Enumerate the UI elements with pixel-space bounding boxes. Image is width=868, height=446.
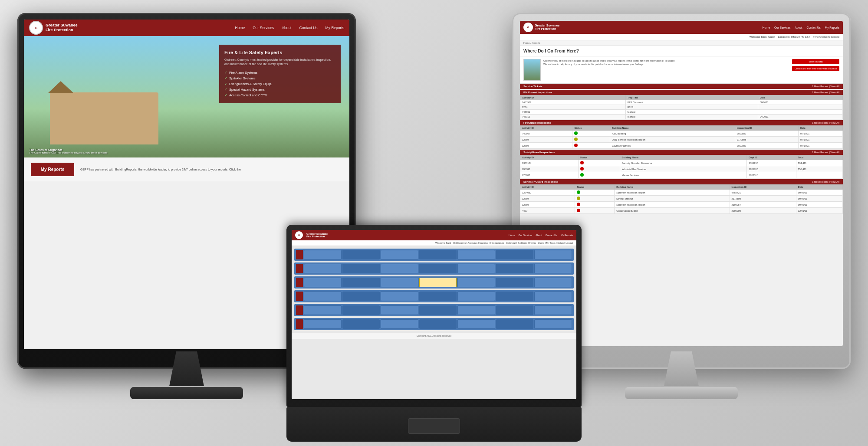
fireguard-section: FireGuard Inspections 1 Most Recent | Vi… bbox=[520, 120, 843, 149]
report-cell[interactable] bbox=[304, 278, 342, 287]
nav-contact-us[interactable]: Contact Us bbox=[299, 26, 317, 30]
report-cell[interactable] bbox=[304, 264, 342, 273]
report-cell[interactable] bbox=[457, 292, 495, 301]
report-cell[interactable] bbox=[457, 305, 495, 315]
laptop-nav-services[interactable]: Our Services bbox=[518, 234, 532, 236]
bm-col-title: Trap Title bbox=[625, 95, 758, 100]
table-row: 12760 Cayman Partners 2019087 07/17/21 bbox=[520, 143, 843, 149]
report-cell[interactable] bbox=[419, 292, 457, 301]
right-nav-about[interactable]: About bbox=[795, 26, 802, 29]
bm-inspections-link[interactable]: 1 Most Recent | View All bbox=[812, 91, 839, 94]
right-nav-reports[interactable]: My Reports bbox=[825, 26, 839, 29]
my-reports-description: GSFP has partnered with BuildingReports,… bbox=[80, 167, 241, 172]
report-cell[interactable] bbox=[304, 319, 342, 329]
nav-home[interactable]: Home bbox=[235, 26, 245, 30]
left-logo-text: Greater Suwanee Fire Protection bbox=[46, 23, 78, 33]
report-cell[interactable] bbox=[304, 292, 342, 301]
fireguard-link[interactable]: 1 Most Recent | View All bbox=[812, 121, 839, 124]
laptop-lid: G Greater Suwanee Fire Protection Home O… bbox=[286, 225, 582, 407]
report-cell[interactable] bbox=[304, 250, 342, 259]
laptop-nav-reports[interactable]: My Reports bbox=[561, 234, 573, 236]
service-tickets-link[interactable]: 1 Most Recent | View All bbox=[812, 85, 839, 88]
report-cell[interactable] bbox=[457, 319, 495, 329]
status-dot-yellow bbox=[577, 197, 580, 200]
report-row-label-4 bbox=[296, 292, 303, 301]
check-icon-3: ✓ bbox=[224, 82, 227, 86]
report-cell[interactable] bbox=[534, 264, 572, 273]
report-grid bbox=[292, 246, 576, 333]
left-navbar: G Greater Suwanee Fire Protection Home O… bbox=[24, 20, 349, 36]
table-row: 895680 Industrial Gas Services 1281700 $… bbox=[520, 166, 843, 172]
report-cell[interactable] bbox=[496, 264, 534, 273]
report-cell[interactable] bbox=[342, 250, 380, 259]
report-cell[interactable] bbox=[496, 319, 534, 329]
hero-caption: The Gates at Sugarloaf The Gates turns t… bbox=[29, 148, 108, 154]
report-cell[interactable] bbox=[381, 319, 418, 329]
check-icon-5: ✓ bbox=[224, 93, 227, 97]
laptop-base bbox=[286, 407, 582, 442]
sp-col-id: Activity ID bbox=[520, 185, 575, 190]
report-cell[interactable] bbox=[342, 319, 380, 329]
report-cell[interactable] bbox=[457, 264, 495, 273]
report-cell[interactable] bbox=[381, 305, 418, 315]
table-row: 1463502 FES Comment 08/2021 bbox=[520, 100, 843, 105]
intro-section: Use the menu at the top to navigate to s… bbox=[520, 56, 843, 84]
right-logo-text: Greater Suwanee Fire Protection bbox=[535, 24, 559, 31]
report-cell[interactable] bbox=[534, 305, 572, 315]
report-cell[interactable] bbox=[381, 278, 418, 287]
building-roof bbox=[48, 81, 74, 93]
report-cell[interactable] bbox=[342, 305, 380, 315]
intro-btn-1[interactable]: View Reports bbox=[792, 59, 839, 64]
report-cell[interactable] bbox=[342, 292, 380, 301]
report-cell[interactable] bbox=[534, 319, 572, 329]
fg-col-id: Activity ID bbox=[520, 126, 572, 131]
report-cell[interactable] bbox=[304, 305, 342, 315]
right-nav-contact[interactable]: Contact Us bbox=[807, 26, 821, 29]
report-cell[interactable] bbox=[534, 292, 572, 301]
left-logo-area: G Greater Suwanee Fire Protection bbox=[29, 21, 235, 35]
report-cell[interactable] bbox=[342, 278, 380, 287]
report-cell[interactable] bbox=[381, 292, 418, 301]
report-cell[interactable] bbox=[342, 264, 380, 273]
report-cell[interactable] bbox=[419, 250, 457, 259]
laptop-trackpad[interactable] bbox=[408, 418, 460, 434]
safety-guard-section: Safety/Guard Inspections 1 Most Recent |… bbox=[520, 150, 843, 178]
laptop-nav-about[interactable]: About bbox=[536, 234, 542, 236]
nav-our-services[interactable]: Our Services bbox=[253, 26, 274, 30]
right-nav-services[interactable]: Our Services bbox=[774, 26, 791, 29]
fg-col-date: Date bbox=[798, 126, 842, 131]
report-cell[interactable] bbox=[381, 264, 418, 273]
report-cell[interactable] bbox=[496, 278, 534, 287]
report-cell[interactable] bbox=[496, 250, 534, 259]
sprinkler-link[interactable]: 1 Most Recent | View All bbox=[812, 180, 839, 183]
bm-inspections-header: BM Format Inspections 1 Most Recent | Vi… bbox=[520, 90, 843, 95]
report-cell[interactable] bbox=[457, 250, 495, 259]
nav-my-reports[interactable]: My Reports bbox=[326, 26, 344, 30]
table-row: 745012 Manual 04/2021 bbox=[520, 115, 843, 119]
my-reports-button[interactable]: My Reports bbox=[31, 163, 74, 176]
breadcrumb-bar: Home / Reports bbox=[520, 40, 843, 46]
report-cell[interactable] bbox=[496, 292, 534, 301]
report-cell[interactable] bbox=[419, 305, 457, 315]
report-cell[interactable] bbox=[381, 250, 418, 259]
laptop-nav-home[interactable]: Home bbox=[509, 234, 515, 236]
table-row: 1234 E12S bbox=[520, 105, 843, 110]
laptop-nav-contact[interactable]: Contact Us bbox=[546, 234, 557, 236]
safety-guard-link[interactable]: 1 Most Recent | View All bbox=[812, 151, 839, 154]
nav-about[interactable]: About bbox=[282, 26, 291, 30]
report-cell[interactable] bbox=[419, 264, 457, 273]
right-nav-home[interactable]: Home bbox=[763, 26, 770, 29]
report-cell[interactable] bbox=[457, 278, 495, 287]
report-cell[interactable] bbox=[419, 319, 457, 329]
report-row-4 bbox=[294, 290, 574, 302]
intro-btn-2[interactable]: Create and edit files to up with BREmail bbox=[792, 66, 839, 71]
content-section: My Reports GSFP has partnered with Build… bbox=[24, 157, 349, 181]
report-cell[interactable] bbox=[534, 278, 572, 287]
report-cell-highlight[interactable] bbox=[419, 278, 457, 287]
left-logo-circle: G bbox=[29, 21, 43, 35]
report-cell[interactable] bbox=[496, 305, 534, 315]
sg-col-total: Total bbox=[796, 155, 843, 160]
dashboard-title: Where Do I Go From Here? bbox=[523, 49, 839, 53]
report-cell[interactable] bbox=[534, 250, 572, 259]
laptop: G Greater Suwanee Fire Protection Home O… bbox=[286, 225, 582, 442]
